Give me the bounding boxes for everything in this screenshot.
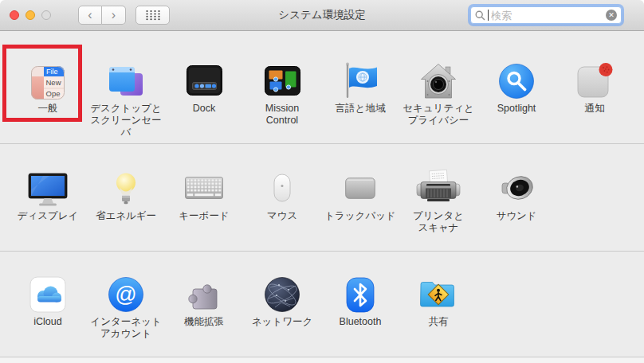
prefpane-general[interactable]: File New Ope 一般 [9, 61, 87, 143]
prefpane-dock[interactable]: Dock [165, 61, 243, 143]
prefpane-spotlight[interactable]: Spotlight [477, 61, 556, 143]
prefpane-label: セキュリティと プライバシー [402, 103, 474, 127]
svg-text:New: New [46, 78, 61, 87]
printers-scanners-icon [415, 169, 461, 207]
prefpane-label: ネットワーク [252, 316, 312, 328]
prefpane-label: 通知 [585, 103, 605, 115]
prefpane-notifications[interactable]: 通知 [556, 61, 634, 143]
icloud-icon [29, 276, 66, 313]
minimize-button[interactable] [26, 10, 35, 20]
prefpane-label: プリンタと スキャナ [413, 210, 464, 234]
search-icon [475, 10, 485, 21]
search-input[interactable] [491, 10, 603, 21]
prefpane-label: マウス [267, 210, 297, 222]
prefpane-label: トラックパッド [324, 210, 396, 222]
prefpane-sharing[interactable]: 共有 [399, 273, 477, 357]
displays-icon [27, 173, 69, 207]
forward-button[interactable]: › [102, 6, 126, 25]
close-button[interactable] [10, 10, 19, 20]
zoom-button-disabled [41, 10, 51, 20]
prefpane-label: サウンド [496, 210, 536, 222]
prefpane-sound[interactable]: サウンド [477, 169, 556, 251]
prefpane-displays[interactable]: ディスプレイ [9, 169, 87, 251]
prefpane-printers-scanners[interactable]: プリンタと スキャナ [399, 169, 477, 251]
prefpane-mission-control[interactable]: Mission Control [243, 61, 321, 143]
titlebar: システム環境設定 ‹ › [0, 0, 644, 31]
prefpane-language-region[interactable]: 言語と地域 [321, 61, 399, 143]
prefpane-keyboard[interactable]: キーボード [165, 169, 243, 251]
prefpane-label: iCloud [33, 316, 61, 328]
general-prefpane-icon: File New Ope [31, 66, 65, 100]
trackpad-icon [345, 178, 375, 199]
prefpane-label: Bluetooth [340, 316, 382, 328]
window-bottom-strip [0, 357, 644, 363]
prefpane-label: 省エネルギー [96, 210, 156, 222]
prefpane-label: 言語と地域 [336, 103, 386, 115]
notifications-icon [576, 62, 613, 100]
security-privacy-icon [420, 63, 457, 100]
pref-row-2: ディスプレイ 省エネルギー [0, 144, 644, 252]
dock-icon [187, 65, 222, 96]
grid-icon [145, 10, 161, 21]
extensions-icon [185, 281, 223, 313]
prefpane-trackpad[interactable]: トラックパッド [321, 169, 399, 251]
spotlight-icon [498, 63, 535, 100]
energy-saver-icon [114, 172, 138, 207]
sound-icon [498, 171, 535, 205]
svg-text:Ope: Ope [46, 89, 61, 98]
prefpane-label: 共有 [429, 316, 449, 328]
back-button[interactable]: ‹ [78, 6, 102, 25]
mission-control-icon [265, 66, 300, 96]
system-preferences-window: システム環境設定 ‹ › [0, 0, 644, 363]
prefpane-label: Dock [193, 103, 215, 115]
prefpane-label: キーボード [179, 210, 229, 222]
prefpane-mouse[interactable]: マウス [243, 169, 321, 251]
prefpane-label: インターネット アカウント [90, 316, 161, 340]
prefpane-security-privacy[interactable]: セキュリティと プライバシー [399, 61, 477, 143]
at-symbol: @ [115, 283, 136, 306]
pref-row-1: File New Ope 一般 [0, 31, 644, 144]
prefpane-label: Mission Control [265, 103, 299, 127]
prefpane-bluetooth[interactable]: Bluetooth [321, 273, 399, 357]
prefpane-extensions[interactable]: 機能拡張 [165, 273, 243, 357]
pref-row-3: iCloud @ インターネット アカウント [0, 252, 644, 357]
search-field[interactable]: ✕ [470, 6, 622, 24]
history-nav: ‹ › [78, 6, 126, 25]
prefpane-energy-saver[interactable]: 省エネルギー [87, 169, 165, 251]
traffic-lights [10, 10, 51, 20]
clear-search-icon[interactable]: ✕ [606, 10, 617, 21]
desktop-screensaver-icon [107, 64, 145, 100]
text-caret [488, 10, 489, 21]
prefpane-label: デスクトップと スクリーンセーバ [87, 103, 165, 139]
mouse-icon [273, 174, 291, 202]
prefpane-network[interactable]: ネットワーク [243, 273, 321, 357]
bluetooth-icon [346, 277, 375, 313]
prefpane-desktop-screensaver[interactable]: デスクトップと スクリーンセーバ [87, 61, 165, 143]
prefpane-label: 機能拡張 [184, 316, 224, 328]
keyboard-icon [185, 177, 223, 199]
prefpane-label: Spotlight [497, 103, 536, 115]
prefpane-label: 一般 [38, 103, 58, 115]
prefpane-label: ディスプレイ [18, 210, 79, 222]
svg-text:File: File [46, 68, 58, 76]
internet-accounts-icon: @ [108, 276, 144, 313]
prefpane-internet-accounts[interactable]: @ インターネット アカウント [87, 273, 165, 357]
prefpane-icloud[interactable]: iCloud [9, 273, 87, 357]
sharing-icon [419, 277, 457, 309]
show-all-button[interactable] [135, 6, 170, 25]
network-icon [264, 276, 300, 313]
language-region-icon [343, 61, 378, 100]
